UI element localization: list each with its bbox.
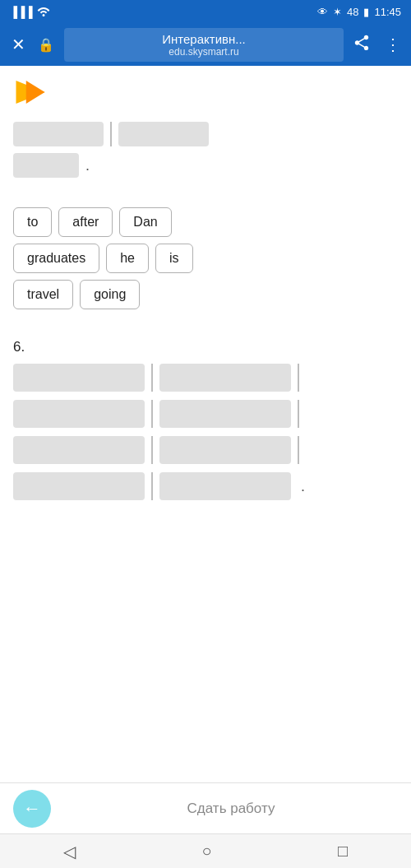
status-bar: ▐▐▐ 👁 ✶ 48 ▮ 11:45	[0, 0, 411, 23]
answer-slot[interactable]	[13, 122, 104, 146]
url-box[interactable]: Интерактивн... edu.skysmart.ru	[64, 28, 344, 62]
page-title: Интерактивн...	[162, 32, 246, 46]
battery-level: 48	[347, 6, 358, 18]
section-answer-slot[interactable]	[159, 400, 291, 428]
nav-recent-button[interactable]: □	[321, 837, 364, 866]
word-bank-row-1: to after Dan	[13, 207, 398, 237]
slot-row-1	[13, 122, 398, 146]
nav-back-button[interactable]: ◁	[47, 837, 92, 866]
url-display: edu.skysmart.ru	[169, 46, 238, 58]
bottom-bar: ← Сдать работу	[0, 782, 411, 833]
back-arrow-icon: ←	[23, 798, 41, 819]
app-logo-bar	[0, 66, 411, 115]
section-answer-slot[interactable]	[13, 436, 145, 464]
section-answer-slot[interactable]	[13, 472, 145, 500]
svg-marker-1	[26, 81, 45, 104]
slot-sep	[151, 400, 153, 428]
period: .	[301, 474, 305, 499]
period: .	[85, 153, 90, 178]
section-answer-slot[interactable]	[159, 436, 291, 464]
answer-slots-top: .	[0, 115, 411, 193]
section-slots-row-2	[13, 400, 398, 428]
wifi-icon	[36, 5, 51, 19]
word-chip-he[interactable]: he	[106, 244, 149, 273]
toolbar-right-icons: ⋮	[352, 34, 403, 56]
answer-slot[interactable]	[13, 153, 79, 178]
battery-icon: ▮	[363, 6, 369, 18]
section-answer-slot[interactable]	[13, 400, 145, 428]
word-bank-row-2: graduates he is	[13, 244, 398, 273]
slot-sep	[298, 364, 299, 392]
word-chip-going[interactable]: going	[80, 280, 140, 309]
word-chip-is[interactable]: is	[155, 244, 193, 273]
bluetooth-icon: ✶	[333, 6, 342, 18]
close-button[interactable]: ✕	[8, 35, 28, 54]
signal-icon: ▐▐▐	[10, 6, 33, 18]
section-number: 6.	[13, 339, 398, 355]
back-button[interactable]: ←	[13, 790, 51, 828]
slot-sep	[298, 400, 299, 428]
answer-slot[interactable]	[118, 122, 209, 146]
share-icon[interactable]	[352, 34, 372, 56]
skysmart-logo	[13, 77, 48, 107]
content-area: . to after Dan graduates he is travel go…	[0, 66, 411, 868]
nav-home-button[interactable]: ○	[185, 837, 228, 866]
time-display: 11:45	[374, 6, 401, 18]
section-6: 6. .	[0, 324, 411, 517]
slot-sep	[298, 436, 299, 464]
slot-sep	[151, 436, 153, 464]
slot-sep	[151, 472, 153, 500]
submit-button-label[interactable]: Сдать работу	[64, 801, 398, 817]
slot-row-2: .	[13, 153, 398, 178]
section-slots-row-1	[13, 364, 398, 392]
lock-icon: 🔒	[36, 37, 56, 53]
nav-bar: ◁ ○ □	[0, 833, 411, 868]
word-chip-graduates[interactable]: graduates	[13, 244, 99, 273]
menu-icon[interactable]: ⋮	[383, 35, 403, 54]
status-bar-left: ▐▐▐	[10, 5, 51, 19]
word-bank-row-3: travel going	[13, 280, 398, 309]
browser-toolbar: ✕ 🔒 Интерактивн... edu.skysmart.ru ⋮	[0, 23, 411, 66]
status-bar-right: 👁 ✶ 48 ▮ 11:45	[317, 6, 401, 18]
section-answer-slot[interactable]	[159, 472, 291, 500]
slot-separator	[110, 122, 112, 146]
word-bank: to after Dan graduates he is travel goin…	[0, 193, 411, 324]
word-chip-to[interactable]: to	[13, 207, 52, 237]
slot-sep	[151, 364, 153, 392]
section-slots-row-3	[13, 436, 398, 464]
section-slots-row-4: .	[13, 472, 398, 500]
word-chip-dan[interactable]: Dan	[119, 207, 171, 237]
section-answer-slot[interactable]	[13, 364, 145, 392]
section-answer-slot[interactable]	[159, 364, 291, 392]
eye-icon: 👁	[317, 6, 328, 18]
word-chip-after[interactable]: after	[58, 207, 113, 237]
word-chip-travel[interactable]: travel	[13, 280, 73, 309]
